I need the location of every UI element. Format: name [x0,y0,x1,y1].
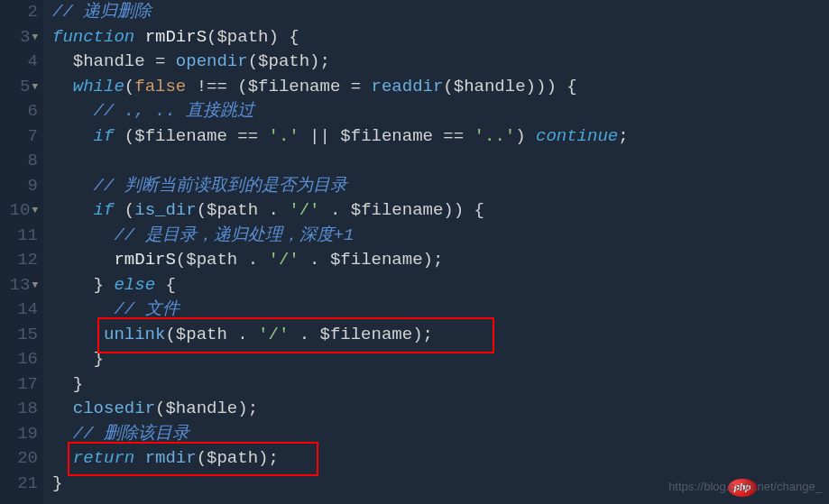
code-area[interactable]: // 递归删除function rmDirS($path) { $handle … [43,0,829,504]
code-line[interactable]: } [52,372,829,398]
line-number: 9 [0,174,38,199]
code-line[interactable]: if ($filename == '.' || $filename == '..… [52,124,829,150]
code-line[interactable]: // 判断当前读取到的是否为目录 [52,174,829,199]
code-line[interactable]: while(false !== ($filename = readdir($ha… [52,75,829,100]
line-number: 5▼ [0,75,38,100]
code-line[interactable]: function rmDirS($path) { [52,25,829,50]
line-number: 3▼ [0,25,38,50]
line-number: 7 [0,124,38,150]
line-number: 13▼ [0,273,38,298]
line-number: 8 [0,149,38,174]
line-number: 16 [0,347,38,372]
code-line[interactable] [52,149,829,174]
fold-marker-icon[interactable]: ▼ [32,75,38,100]
code-line[interactable]: // 删除该目录 [52,422,829,447]
code-line[interactable]: // 文件 [52,298,829,323]
fold-marker-icon[interactable]: ▼ [32,273,38,298]
watermark-text: https://blog.csdn.net/change_ [668,474,822,499]
code-editor[interactable]: 23▼45▼678910▼111213▼1415161718192021 // … [0,0,829,504]
code-line[interactable]: unlink($path . '/' . $filename); [52,323,829,348]
fold-marker-icon[interactable]: ▼ [32,25,38,50]
line-number: 17 [0,372,38,398]
code-line[interactable]: return rmdir($path); [52,446,829,472]
line-number: 4 [0,50,38,75]
fold-marker-icon[interactable]: ▼ [32,198,38,224]
line-number: 20 [0,446,38,472]
line-number: 19 [0,422,38,447]
line-number: 18 [0,397,38,422]
code-line[interactable]: // 递归删除 [52,0,829,25]
code-line[interactable]: // ., .. 直接跳过 [52,99,829,124]
line-number: 21 [0,472,38,497]
line-number: 12 [0,248,38,273]
code-line[interactable]: if (is_dir($path . '/' . $filename)) { [52,198,829,224]
code-line[interactable]: closedir($handle); [52,397,829,422]
line-gutter: 23▼45▼678910▼111213▼1415161718192021 [0,0,43,504]
code-line[interactable]: rmDirS($path . '/' . $filename); [52,248,829,273]
line-number: 14 [0,298,38,323]
line-number: 11 [0,224,38,249]
code-line[interactable]: $handle = opendir($path); [52,50,829,75]
line-number: 2 [0,0,38,25]
line-number: 6 [0,99,38,124]
code-line[interactable]: // 是目录，递归处理，深度+1 [52,224,829,249]
code-line[interactable]: } [52,347,829,372]
code-line[interactable]: } else { [52,273,829,298]
line-number: 15 [0,323,38,348]
line-number: 10▼ [0,198,38,224]
